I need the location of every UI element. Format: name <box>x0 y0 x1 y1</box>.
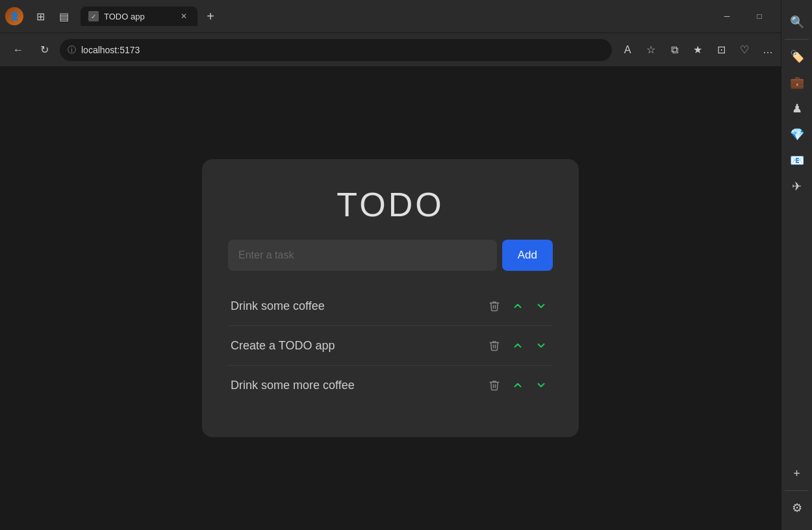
sidebar-search-icon[interactable]: 🔍 <box>785 10 809 34</box>
sidebar-bag-icon[interactable]: 💼 <box>785 71 809 94</box>
tab-favicon: ✓ <box>88 11 99 21</box>
workspaces-icon[interactable]: ⊞ <box>34 10 47 23</box>
favorite-button[interactable]: ☆ <box>641 40 661 60</box>
address-text: localhost:5173 <box>81 45 140 55</box>
info-icon: ⓘ <box>68 44 76 56</box>
address-bar[interactable]: ⓘ localhost:5173 <box>60 39 612 61</box>
todo-card: TODO Add Drink some coffee <box>202 159 579 437</box>
sidebar-send-icon[interactable]: ✈ <box>785 175 809 198</box>
font-button[interactable]: A <box>617 40 638 60</box>
todo-item-text: Drink some more coffee <box>231 379 477 392</box>
move-up-button[interactable] <box>509 336 527 355</box>
minimize-button[interactable]: ─ <box>712 6 742 27</box>
todo-item: Drink some coffee <box>228 286 553 326</box>
todo-item-actions <box>485 376 550 394</box>
move-down-button[interactable] <box>532 297 550 315</box>
move-down-button[interactable] <box>532 336 550 355</box>
sidebar-add-icon[interactable]: + <box>785 462 809 485</box>
todo-item: Drink some more coffee <box>228 366 553 405</box>
delete-task-button[interactable] <box>485 376 503 394</box>
new-tab-button[interactable]: + <box>200 6 221 27</box>
task-input[interactable] <box>228 240 497 271</box>
user-avatar[interactable]: 👤 <box>5 7 23 25</box>
move-up-button[interactable] <box>509 297 527 315</box>
maximize-button[interactable]: □ <box>744 6 774 27</box>
todo-input-row: Add <box>228 240 553 271</box>
refresh-button[interactable]: ↻ <box>34 40 55 60</box>
sidebar-gem-icon[interactable]: 💎 <box>785 123 809 146</box>
sidebar-divider-1 <box>785 39 809 40</box>
tab-bar: ✓ TODO app ✕ + <box>81 6 707 27</box>
browser-icons: ⊞ ▤ <box>29 10 75 23</box>
todo-item-text: Drink some coffee <box>231 299 477 313</box>
sidebar-toggle-icon[interactable]: ▤ <box>57 10 70 23</box>
sidebar-settings-icon[interactable]: ⚙ <box>785 496 809 520</box>
split-button[interactable]: ⧉ <box>664 40 685 60</box>
more-button[interactable]: … <box>757 40 778 60</box>
todo-item-actions <box>485 297 550 315</box>
delete-task-button[interactable] <box>485 297 503 315</box>
todo-item: Create a TODO app <box>228 326 553 366</box>
move-down-button[interactable] <box>532 376 550 394</box>
feedback-button[interactable]: ♡ <box>734 40 755 60</box>
add-task-button[interactable]: Add <box>502 240 553 271</box>
main-content: TODO Add Drink some coffee <box>0 66 781 530</box>
titlebar: 👤 ⊞ ▤ ✓ TODO app ✕ + ─ □ ✕ <box>0 0 812 32</box>
right-sidebar: 🔍 🏷️ 💼 ♟ 💎 📧 ✈ + ⚙ <box>781 0 812 530</box>
sidebar-outlook-icon[interactable]: 📧 <box>785 149 809 172</box>
move-up-button[interactable] <box>509 376 527 394</box>
back-button[interactable]: ← <box>8 40 29 60</box>
toolbar-icons: A ☆ ⧉ ★ ⊡ ♡ … ✦ <box>617 40 804 60</box>
todo-item-text: Create a TODO app <box>231 339 477 353</box>
active-tab[interactable]: ✓ TODO app ✕ <box>81 6 197 26</box>
todo-title: TODO <box>228 185 553 224</box>
favorites-button[interactable]: ★ <box>687 40 708 60</box>
sidebar-divider-2 <box>785 490 809 491</box>
tab-close-button[interactable]: ✕ <box>178 10 190 22</box>
delete-task-button[interactable] <box>485 336 503 355</box>
tab-title: TODO app <box>104 12 173 21</box>
addressbar: ← ↻ ⓘ localhost:5173 A ☆ ⧉ ★ ⊡ ♡ … ✦ <box>0 32 812 66</box>
collections-button[interactable]: ⊡ <box>711 40 731 60</box>
sidebar-chess-icon[interactable]: ♟ <box>785 97 809 120</box>
todo-item-actions <box>485 336 550 355</box>
todo-list: Drink some coffee <box>228 286 553 405</box>
sidebar-tag-icon[interactable]: 🏷️ <box>785 45 809 68</box>
